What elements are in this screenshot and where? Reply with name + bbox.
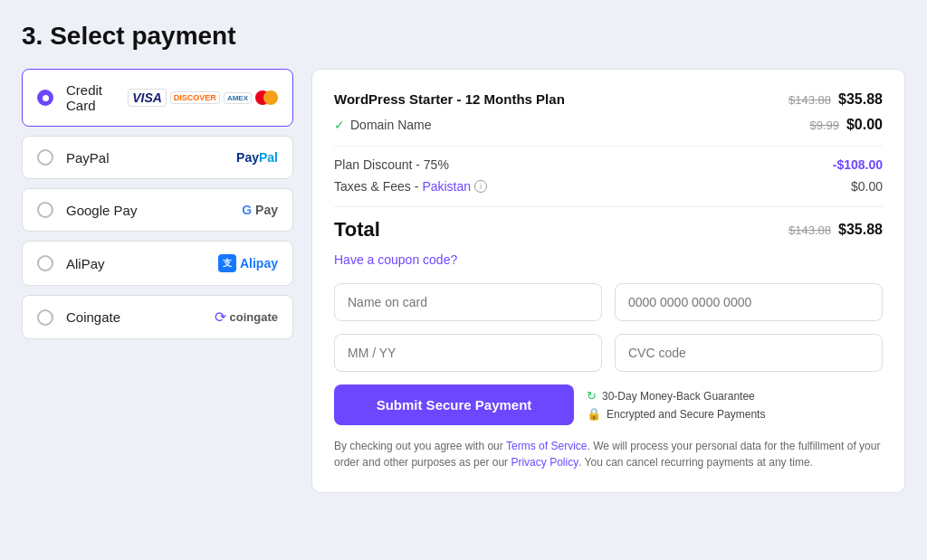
- legal-text: By checking out you agree with our Terms…: [334, 438, 883, 470]
- discount-label: Plan Discount - 75%: [334, 157, 449, 172]
- payment-methods-panel: Credit Card VISA DISCOVER AMEX PayPal Pa…: [22, 69, 293, 339]
- encrypted-badge: 🔒 Encrypted and Secure Payments: [587, 407, 765, 421]
- expiry-input[interactable]: [334, 334, 602, 372]
- taxes-amount: $0.00: [851, 179, 883, 194]
- tos-link[interactable]: Terms of Service: [506, 440, 587, 452]
- domain-price-new: $0.00: [846, 117, 883, 133]
- check-icon: ✓: [334, 118, 345, 132]
- radio-alipay: [37, 255, 53, 271]
- security-badges: ↻ 30-Day Money-Back Guarantee 🔒 Encrypte…: [587, 389, 765, 421]
- legal-text-before: By checking out you agree with our: [334, 440, 506, 452]
- taxes-label-group: Taxes & Fees - Pakistan i: [334, 179, 487, 194]
- cvc-input[interactable]: [615, 334, 883, 372]
- card-number-input[interactable]: [615, 283, 883, 321]
- alipay-text: Alipay: [240, 256, 278, 271]
- total-row: Total $143.88 $35.88: [334, 218, 883, 242]
- coingate-logos: ⟳ coingate: [215, 308, 278, 326]
- form-row-1: [334, 283, 883, 321]
- legal-text-after: . You can cancel recurring payments at a…: [578, 456, 813, 469]
- submit-button[interactable]: Submit Secure Payment: [334, 384, 574, 425]
- taxes-row: Taxes & Fees - Pakistan i $0.00: [334, 179, 883, 194]
- discount-amount: -$108.00: [833, 157, 883, 172]
- domain-row: ✓ Domain Name $9.99 $0.00: [334, 117, 883, 133]
- paypal-logo: PayPal: [236, 150, 278, 165]
- plan-name: WordPress Starter - 12 Months Plan: [334, 91, 565, 107]
- method-label-coingate: Coingate: [66, 309, 215, 325]
- domain-label: Domain Name: [350, 118, 431, 132]
- radio-paypal: [37, 149, 53, 166]
- total-price-group: $143.88 $35.88: [788, 222, 883, 238]
- alipay-logos: 支 Alipay: [218, 254, 278, 272]
- page-title: 3. Select payment: [22, 22, 905, 51]
- discount-row: Plan Discount - 75% -$108.00: [334, 157, 883, 172]
- method-label-paypal: PayPal: [66, 150, 236, 166]
- order-panel: WordPress Starter - 12 Months Plan $143.…: [311, 69, 905, 493]
- money-back-badge: ↻ 30-Day Money-Back Guarantee: [587, 389, 765, 403]
- paypal-logos: PayPal: [236, 150, 278, 165]
- encrypted-label: Encrypted and Secure Payments: [607, 408, 765, 421]
- visa-logo: VISA: [128, 89, 167, 107]
- divider-2: [334, 206, 883, 207]
- credit-card-logos: VISA DISCOVER AMEX: [128, 89, 278, 107]
- domain-price-old: $9.99: [809, 119, 839, 132]
- lock-icon: 🔒: [587, 407, 601, 421]
- method-google-pay[interactable]: Google Pay G Pay: [22, 188, 293, 232]
- method-coingate[interactable]: Coingate ⟳ coingate: [22, 295, 293, 339]
- plan-price-new: $35.88: [838, 91, 883, 108]
- method-credit-card[interactable]: Credit Card VISA DISCOVER AMEX: [22, 69, 293, 127]
- plan-price-group: $143.88 $35.88: [788, 91, 883, 108]
- main-layout: Credit Card VISA DISCOVER AMEX PayPal Pa…: [22, 69, 905, 493]
- privacy-link[interactable]: Privacy Policy: [511, 456, 578, 469]
- alipay-icon: 支: [218, 254, 236, 272]
- taxes-country-link[interactable]: Pakistan: [422, 179, 471, 194]
- plan-price-old: $143.88: [788, 93, 831, 107]
- money-back-label: 30-Day Money-Back Guarantee: [602, 390, 755, 403]
- total-price-new: $35.88: [838, 222, 883, 238]
- total-label: Total: [334, 218, 380, 242]
- mastercard-logo: [255, 90, 278, 105]
- coingate-text: coingate: [230, 310, 278, 324]
- refresh-icon: ↻: [587, 389, 597, 403]
- method-paypal[interactable]: PayPal PayPal: [22, 136, 293, 179]
- method-label-google-pay: Google Pay: [66, 203, 242, 218]
- taxes-label-text: Taxes & Fees -: [334, 179, 418, 194]
- divider-1: [334, 146, 883, 147]
- coupon-link[interactable]: Have a coupon code?: [334, 252, 883, 267]
- domain-left: ✓ Domain Name: [334, 118, 431, 132]
- name-on-card-input[interactable]: [334, 283, 602, 321]
- info-icon[interactable]: i: [474, 180, 487, 193]
- radio-credit-card: [37, 90, 53, 106]
- method-label-alipay: AliPay: [66, 256, 218, 271]
- coingate-icon: ⟳: [215, 308, 226, 326]
- domain-price-group: $9.99 $0.00: [809, 117, 883, 133]
- discover-logo: DISCOVER: [170, 91, 220, 104]
- method-label-credit-card: Credit Card: [66, 82, 128, 113]
- amex-logo: AMEX: [224, 92, 252, 104]
- radio-google-pay: [37, 202, 53, 218]
- total-price-old: $143.88: [788, 223, 831, 237]
- gpay-logos: G Pay: [242, 203, 278, 217]
- plan-row: WordPress Starter - 12 Months Plan $143.…: [334, 91, 883, 108]
- method-alipay[interactable]: AliPay 支 Alipay: [22, 241, 293, 286]
- submit-row: Submit Secure Payment ↻ 30-Day Money-Bac…: [334, 384, 883, 425]
- gpay-logo: G Pay: [242, 203, 278, 217]
- radio-coingate: [37, 309, 53, 326]
- form-row-2: [334, 334, 883, 372]
